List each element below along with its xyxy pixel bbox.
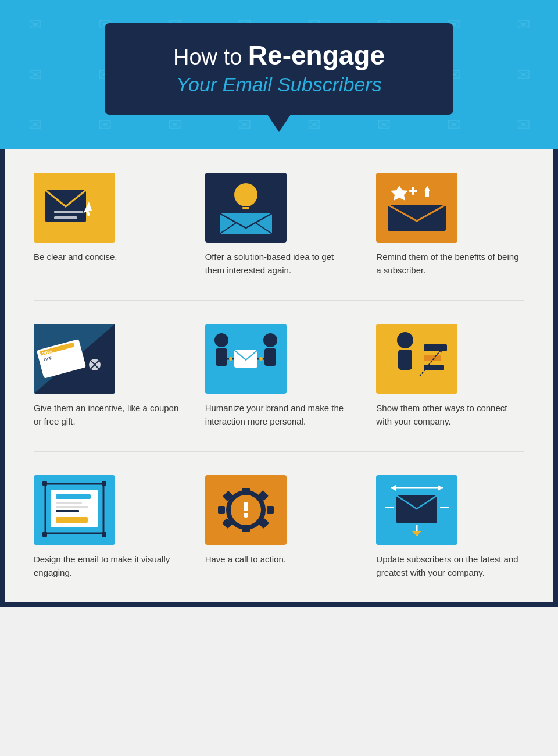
svg-rect-6: [242, 207, 249, 209]
svg-rect-45: [56, 510, 79, 512]
grid-item-humanize: Humanize your brand and make the interac…: [205, 324, 353, 428]
bg-icon: ✉: [488, 50, 558, 100]
bg-icon: ✉: [0, 99, 70, 149]
svg-rect-44: [56, 506, 88, 508]
svg-rect-53: [242, 488, 250, 495]
svg-point-4: [234, 183, 257, 206]
svg-marker-13: [424, 186, 430, 197]
icon-box-incentive: 20% OFF: [34, 324, 115, 394]
svg-rect-50: [102, 532, 106, 537]
grid-item-update: Update subscribers on the latest and gre…: [376, 475, 524, 579]
grid-item-incentive: 20% OFF Give them an incentive, like a c…: [34, 324, 182, 428]
svg-rect-55: [218, 506, 225, 514]
item-text-remind: Remind them of the benefits of being a s…: [376, 251, 524, 277]
item-text-clear-concise: Be clear and concise.: [34, 251, 182, 264]
icon-box-clear-concise: [34, 173, 115, 243]
icon-box-design: [34, 475, 115, 545]
item-text-update: Update subscribers on the latest and gre…: [376, 553, 524, 579]
bg-icon: ✉: [488, 0, 558, 50]
svg-point-26: [263, 333, 277, 347]
svg-rect-42: [56, 494, 91, 499]
svg-point-62: [244, 513, 248, 518]
svg-line-38: [420, 347, 443, 376]
svg-rect-61: [244, 502, 248, 511]
svg-rect-35: [424, 344, 447, 351]
title-subtitle: Your Email Subscribers: [128, 73, 430, 96]
svg-rect-48: [102, 481, 106, 486]
header: ✉ ✉ ✉ ✉ ✉ ✉ ✉ ✉ ✉ ✉ ✉ ✉ ✉ ✉ ✉ ✉ ✉ ✉ ✉ ✉ …: [0, 0, 558, 149]
separator-2: [34, 451, 524, 452]
svg-rect-2: [54, 216, 77, 219]
separator-1: [34, 300, 524, 301]
title-reengage: Re-engage: [248, 40, 385, 70]
svg-rect-46: [56, 517, 88, 523]
svg-rect-56: [267, 506, 274, 514]
grid-item-cta: Have a call to action.: [205, 475, 353, 579]
grid-item-clear-concise: Be clear and concise.: [34, 173, 182, 277]
bg-icon: ✉: [0, 0, 70, 50]
grid-item-connect: Show them other ways to connect with you…: [376, 324, 524, 428]
svg-rect-43: [56, 502, 82, 504]
svg-marker-64: [438, 485, 443, 491]
bg-icon: ✉: [0, 50, 70, 100]
icon-box-humanize: [205, 324, 287, 394]
icon-box-remind: [376, 173, 457, 243]
main-content: Be clear and concise. Offer a soluti: [0, 149, 558, 607]
icon-box-connect: [376, 324, 457, 394]
item-text-cta: Have a call to action.: [205, 553, 353, 566]
svg-rect-27: [264, 348, 276, 366]
grid-row-1: Be clear and concise. Offer a soluti: [34, 173, 524, 277]
icon-box-solution: [205, 173, 287, 243]
svg-marker-68: [412, 531, 421, 536]
icon-box-update: [376, 475, 457, 545]
item-text-incentive: Give them an incentive, like a coupon or…: [34, 402, 182, 428]
bg-icon: ✉: [488, 99, 558, 149]
svg-point-31: [229, 357, 233, 361]
svg-rect-34: [398, 350, 412, 370]
grid-item-solution: Offer a solution-based idea to get them …: [205, 173, 353, 277]
svg-rect-1: [54, 211, 83, 213]
svg-rect-49: [42, 532, 47, 537]
svg-rect-47: [42, 481, 47, 486]
icon-box-cta: [205, 475, 287, 545]
svg-point-33: [397, 332, 413, 348]
svg-point-24: [214, 333, 228, 347]
grid-item-design: Design the email to make it visually eng…: [34, 475, 182, 579]
item-text-connect: Show them other ways to connect with you…: [376, 402, 524, 428]
svg-rect-5: [242, 204, 250, 206]
svg-rect-25: [216, 348, 227, 366]
grid-row-2: 20% OFF Give them an incentive, like a c…: [34, 324, 524, 428]
grid-item-remind: Remind them of the benefits of being a s…: [376, 173, 524, 277]
svg-rect-12: [409, 190, 417, 192]
svg-rect-7: [220, 213, 272, 234]
svg-point-32: [259, 357, 263, 361]
title-how: How to: [173, 45, 248, 69]
title-bubble: How to Re-engage Your Email Subscribers: [105, 23, 453, 115]
item-text-solution: Offer a solution-based idea to get them …: [205, 251, 353, 277]
svg-rect-36: [424, 355, 441, 361]
svg-rect-54: [242, 525, 250, 532]
svg-marker-65: [391, 485, 396, 491]
svg-marker-10: [391, 186, 408, 201]
item-text-design: Design the email to make it visually eng…: [34, 553, 182, 579]
item-text-humanize: Humanize your brand and make the interac…: [205, 402, 353, 428]
grid-row-3: Design the email to make it visually eng…: [34, 475, 524, 579]
